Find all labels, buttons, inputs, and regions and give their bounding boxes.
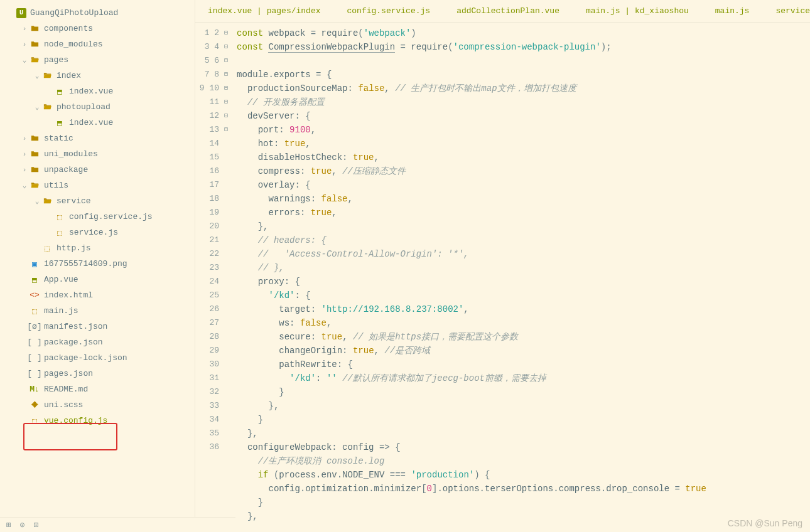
tree-row[interactable]: [ ]pages.json: [0, 366, 195, 381]
chevron-icon[interactable]: ⌄: [20, 181, 29, 189]
tree-label: App.vue: [44, 275, 78, 284]
chevron-icon[interactable]: ⌄: [20, 56, 29, 64]
tree-row[interactable]: <>index.html: [0, 287, 195, 303]
tree-row[interactable]: ⌄photoupload: [0, 99, 195, 115]
js-file-icon: ⬚: [29, 306, 40, 317]
tree-label: 1677555714609.png: [44, 259, 127, 269]
tree-row[interactable]: ›node_modules: [0, 36, 195, 52]
editor-tab[interactable]: main.js: [715, 6, 750, 16]
tree-row[interactable]: ⌄utils: [0, 178, 195, 193]
chevron-icon[interactable]: ›: [20, 41, 29, 48]
folder-open-icon: [29, 55, 40, 66]
html-file-icon: <>: [29, 290, 40, 301]
tree-label: utils: [44, 181, 68, 190]
tree-row[interactable]: ⬚http.js: [0, 240, 195, 256]
tree-row[interactable]: ⬚service.js: [0, 225, 195, 240]
tree-row[interactable]: ⌄pages: [0, 52, 195, 68]
tree-row[interactable]: ›components: [0, 21, 195, 36]
js-file-icon: ⬚: [29, 415, 40, 427]
tree-label: uni_modules: [44, 149, 98, 159]
chevron-icon[interactable]: ›: [20, 166, 29, 174]
line-gutter: 1 2 3 4 5 6 7 8 9 10 11 12 13 14 15 16 1…: [195, 23, 224, 532]
folder-open-icon: [29, 180, 40, 191]
js-file-icon: ⬚: [54, 211, 65, 223]
folder-icon: [29, 149, 40, 160]
tree-label: node_modules: [44, 40, 103, 49]
tree-row[interactable]: ⌄index: [0, 68, 195, 83]
json-file-icon: [ ]: [29, 368, 40, 380]
tree-label: photoupload: [57, 102, 111, 112]
tree-label: service: [57, 196, 91, 206]
tree-label: index: [57, 71, 81, 80]
file-explorer[interactable]: UGuangQiPhotoUpload›components›node_modu…: [0, 0, 195, 532]
editor-pane: index.vue | pages/indexconfig.service.js…: [195, 0, 810, 532]
tree-label: main.js: [44, 306, 78, 316]
code-content[interactable]: const webpack = require('webpack') const…: [233, 23, 810, 532]
code-area[interactable]: 1 2 3 4 5 6 7 8 9 10 11 12 13 14 15 16 1…: [195, 23, 810, 532]
tree-label: manifest.json: [44, 322, 107, 331]
tree-label: components: [44, 24, 93, 33]
json-file-icon: [ ]: [29, 337, 40, 348]
tree-row[interactable]: M↓README.md: [0, 381, 195, 397]
tree-row[interactable]: [ø]manifest.json: [0, 319, 195, 334]
tree-row[interactable]: ⬚config.service.js: [0, 209, 195, 225]
editor-tab[interactable]: index.vue | pages/index: [208, 6, 320, 16]
tree-label: unpackage: [44, 165, 88, 174]
status-icon[interactable]: ⊞: [6, 520, 11, 530]
tree-label: pages.json: [44, 369, 93, 378]
tree-label: GuangQiPhotoUpload: [30, 8, 118, 18]
md-file-icon: M↓: [29, 384, 40, 395]
editor-tab[interactable]: service: [775, 6, 810, 16]
tree-label: uni.scss: [44, 400, 83, 410]
tree-row[interactable]: ⬒index.vue: [0, 83, 195, 99]
editor-tab[interactable]: config.service.js: [347, 6, 431, 16]
tree-row[interactable]: [ ]package-lock.json: [0, 350, 195, 366]
fold-column[interactable]: ⊟ ⊟ ⊟ ⊟ ⊟ ⊟ ⊟ ⊟: [224, 23, 233, 532]
tree-row[interactable]: ›uni_modules: [0, 146, 195, 162]
tree-label: package-lock.json: [44, 353, 127, 363]
tree-label: pages: [44, 55, 68, 65]
tree-row[interactable]: ⬚main.js: [0, 303, 195, 319]
tree-row[interactable]: ⬚vue.config.js: [0, 413, 195, 428]
tree-row[interactable]: 🟆uni.scss: [0, 397, 195, 413]
chevron-icon[interactable]: ⌄: [33, 197, 41, 205]
tree-label: config.service.js: [69, 212, 153, 221]
folder-open-icon: [41, 70, 53, 82]
project-icon: U: [16, 8, 26, 18]
tree-row[interactable]: UGuangQiPhotoUpload: [0, 5, 195, 21]
tree-label: vue.config.js: [44, 416, 107, 425]
json-file-icon: [ø]: [29, 321, 40, 332]
tree-label: http.js: [57, 243, 91, 253]
image-file-icon: ▣: [29, 258, 40, 270]
tree-row[interactable]: ›static: [0, 130, 195, 146]
status-icon[interactable]: ⊡: [34, 520, 39, 530]
chevron-icon[interactable]: ›: [20, 25, 29, 33]
tree-row[interactable]: ▣1677555714609.png: [0, 256, 195, 272]
tree-row[interactable]: ⌄service: [0, 193, 195, 209]
status-icon[interactable]: ⊙: [20, 520, 25, 530]
tree-row[interactable]: ›unpackage: [0, 162, 195, 178]
tree-label: service.js: [69, 228, 118, 237]
vue-file-icon: ⬒: [29, 274, 40, 285]
watermark: CSDN @Sun Peng: [728, 518, 802, 528]
editor-tab[interactable]: main.js | kd_xiaoshou: [586, 6, 689, 16]
tree-row[interactable]: ⬒index.vue: [0, 115, 195, 130]
chevron-icon[interactable]: ›: [20, 135, 29, 142]
folder-open-icon: [41, 196, 53, 207]
editor-tab[interactable]: addCollectionPlan.vue: [456, 6, 559, 16]
tree-row[interactable]: [ ]package.json: [0, 334, 195, 350]
tree-row[interactable]: ⬒App.vue: [0, 272, 195, 287]
tree-label: README.md: [44, 385, 88, 394]
chevron-icon[interactable]: ›: [20, 151, 29, 158]
tree-label: static: [44, 134, 73, 143]
tree-label: package.json: [44, 338, 103, 347]
json-file-icon: [ ]: [29, 353, 40, 364]
editor-tabs: index.vue | pages/indexconfig.service.js…: [195, 0, 810, 23]
chevron-icon[interactable]: ⌄: [33, 103, 41, 111]
vue-file-icon: ⬒: [54, 117, 65, 129]
tree-label: index.vue: [69, 87, 113, 96]
chevron-icon[interactable]: ⌄: [33, 72, 41, 80]
js-file-icon: ⬚: [41, 243, 53, 254]
folder-icon: [29, 164, 40, 176]
folder-icon: [29, 23, 40, 35]
